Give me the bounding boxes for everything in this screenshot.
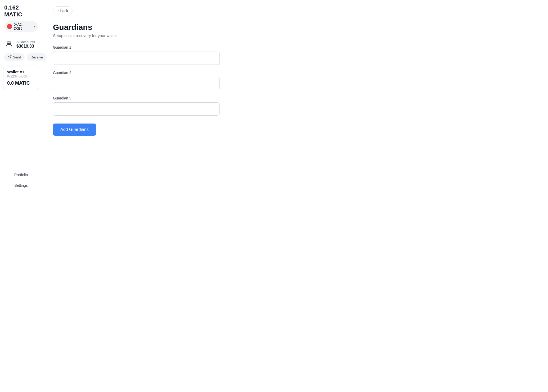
wallet-address: 0x923F...4c65 xyxy=(7,75,35,78)
sidebar-item-settings[interactable]: Settings xyxy=(0,180,42,191)
guardian-3-field: Guardian 3 xyxy=(53,96,263,116)
all-accounts-label: All accounts xyxy=(16,40,35,44)
guardian-2-label: Guardian 2 xyxy=(53,71,263,75)
guardian-3-label: Guardian 3 xyxy=(53,96,263,100)
sidebar-nav: Portfolio Settings xyxy=(0,170,42,196)
sidebar-item-portfolio[interactable]: Portfolio xyxy=(0,170,42,180)
guardian-2-field: Guardian 2 xyxy=(53,71,263,90)
all-accounts-info: All accounts $3019.33 xyxy=(16,40,35,49)
account-address: 0xA2... D0B5 xyxy=(14,22,32,30)
guardian-1-field: Guardian 1 xyxy=(53,45,263,65)
add-guardians-label: Add Guardians xyxy=(60,127,89,132)
send-label: Send xyxy=(13,55,21,59)
receive-label: Receive xyxy=(30,55,43,59)
back-label: back xyxy=(60,9,68,13)
main-content: ‹ back Guardians Setup social recovery f… xyxy=(42,0,274,196)
wallet-name: Wallet #1 xyxy=(7,70,35,74)
page-title: Guardians xyxy=(53,23,263,32)
wallet-balance: 0.0 MATIC xyxy=(7,80,35,86)
chevron-left-icon: ‹ xyxy=(57,9,59,13)
page-subtitle: Setup social recovery for your wallet xyxy=(53,33,263,38)
sidebar-header: 0.162 MATIC 0xA2... D0B5 ▾ xyxy=(0,0,42,35)
all-accounts-balance: $3019.33 xyxy=(16,44,35,49)
wallet-card[interactable]: Wallet #1 0x923F...4c65 0.0 MATIC xyxy=(3,66,39,90)
avatar xyxy=(7,24,12,29)
portfolio-label: Portfolio xyxy=(14,173,28,177)
balance-display: 0.162 MATIC xyxy=(4,4,38,18)
add-guardians-button[interactable]: Add Guardians xyxy=(53,124,96,136)
guardian-1-input[interactable] xyxy=(53,52,220,65)
balance-amount: 0.162 xyxy=(4,4,19,11)
accounts-icon xyxy=(4,39,14,49)
guardian-1-label: Guardian 1 xyxy=(53,45,263,49)
all-accounts-section: All accounts $3019.33 xyxy=(0,35,42,53)
svg-point-1 xyxy=(9,42,11,44)
guardian-3-input[interactable] xyxy=(53,102,220,116)
action-buttons: Send Receive xyxy=(0,53,42,66)
send-button[interactable]: Send xyxy=(4,53,25,61)
balance-currency: MATIC xyxy=(4,11,22,18)
account-selector[interactable]: 0xA2... D0B5 ▾ xyxy=(4,21,38,32)
chevron-down-icon: ▾ xyxy=(34,25,35,28)
sidebar: 0.162 MATIC 0xA2... D0B5 ▾ All accounts … xyxy=(0,0,42,196)
send-icon xyxy=(8,55,12,60)
guardian-2-input[interactable] xyxy=(53,77,220,90)
back-button[interactable]: ‹ back xyxy=(53,6,73,15)
settings-label: Settings xyxy=(14,183,28,188)
